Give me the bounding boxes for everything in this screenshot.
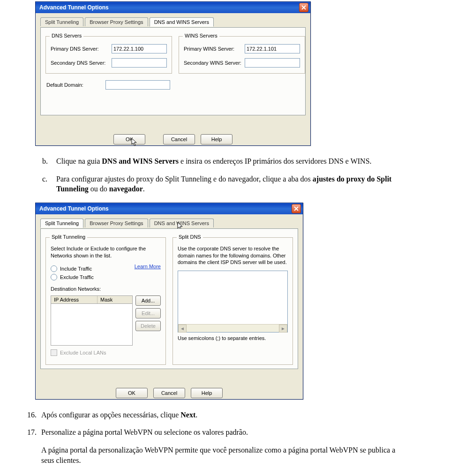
dialog-title: Advanced Tunnel Options <box>39 205 109 212</box>
list-marker-c: c. <box>42 174 56 194</box>
secondary-dns-input[interactable] <box>112 58 167 68</box>
dialog-advanced-tunnel-dns[interactable]: Advanced Tunnel Options Split Tunneling … <box>35 1 311 146</box>
add-button[interactable]: Add... <box>135 295 161 306</box>
titlebar[interactable]: Advanced Tunnel Options <box>36 203 303 214</box>
default-domain-label: Default Domain: <box>46 82 105 88</box>
destination-networks-grid[interactable] <box>51 304 133 346</box>
secondary-wins-label: Secondary WINS Server: <box>184 60 245 66</box>
fieldset-split-tunneling: Split Tunneling Select Include or Exclud… <box>45 237 166 365</box>
primary-wins-input[interactable] <box>245 44 300 53</box>
radio-icon <box>51 274 57 280</box>
instruction-17: Personalize a página portal WebVPN ou se… <box>41 427 407 438</box>
scrollbar-horizontal[interactable]: ◄ ► <box>178 324 287 332</box>
legend-wins: WINS Servers <box>183 33 219 38</box>
radio-exclude-traffic[interactable]: Exclude Traffic <box>51 274 118 280</box>
cancel-button[interactable]: Cancel <box>163 134 195 144</box>
fieldset-dns: DNS Servers Primary DNS Server: Secondar… <box>45 36 172 74</box>
fieldset-split-dns: Split DNS Use the corporate DNS server t… <box>172 237 293 365</box>
tab-browser-proxy[interactable]: Browser Proxy Settings <box>85 17 148 26</box>
checkbox-icon <box>51 349 57 356</box>
cancel-button[interactable]: Cancel <box>153 388 185 398</box>
split-dns-desc: Use the corporate DNS server to resolve … <box>178 245 288 266</box>
secondary-dns-label: Secondary DNS Server: <box>51 60 112 66</box>
split-tunneling-desc: Select Include or Exclude to configure t… <box>51 245 161 259</box>
scroll-right-icon[interactable]: ► <box>279 325 287 332</box>
checkbox-label: Exclude Local LANs <box>60 350 106 355</box>
radio-label: Exclude Traffic <box>60 274 94 280</box>
col-ip[interactable]: IP Address <box>51 296 98 303</box>
tab-split-tunneling[interactable]: Split Tunneling <box>40 17 83 26</box>
tab-split-tunneling[interactable]: Split Tunneling <box>40 219 83 228</box>
primary-wins-label: Primary WINS Server: <box>184 46 245 52</box>
dialog-advanced-tunnel-split[interactable]: Advanced Tunnel Options Split Tunneling … <box>35 203 303 400</box>
grid-header: IP Address Mask <box>51 295 133 304</box>
primary-dns-input[interactable] <box>112 44 167 53</box>
primary-dns-label: Primary DNS Server: <box>51 46 112 52</box>
help-button[interactable]: Help <box>201 134 232 144</box>
tab-dns-wins[interactable]: DNS and WINS Servers <box>150 219 214 227</box>
tab-browser-proxy[interactable]: Browser Proxy Settings <box>85 219 148 227</box>
delete-button[interactable]: Delete <box>135 321 161 331</box>
list-marker-b: b. <box>42 156 56 166</box>
close-icon[interactable] <box>292 204 301 213</box>
split-dns-hint: Use semicolons (;) to separate entries. <box>178 335 288 341</box>
edit-button[interactable]: Edit... <box>135 308 161 318</box>
secondary-wins-input[interactable] <box>245 58 300 68</box>
paragraph: A página portal da personalização WebVPN… <box>41 445 407 465</box>
radio-label: Include Traffic <box>60 266 92 272</box>
help-button[interactable]: Help <box>191 388 223 398</box>
exclude-local-lans-checkbox: Exclude Local LANs <box>51 349 161 356</box>
dialog-title: Advanced Tunnel Options <box>39 4 109 11</box>
ok-button[interactable]: OK <box>113 134 145 144</box>
fieldset-wins: WINS Servers Primary WINS Server: Second… <box>179 36 305 74</box>
instruction-b: Clique na guia DNS and WINS Servers e in… <box>56 156 422 166</box>
learn-more-link[interactable]: Learn More <box>135 264 161 269</box>
legend-dns: DNS Servers <box>50 33 83 38</box>
tab-dns-wins[interactable]: DNS and WINS Servers <box>150 17 214 27</box>
legend-split-dns: Split DNS <box>177 234 203 240</box>
col-mask[interactable]: Mask <box>98 296 132 303</box>
radio-icon <box>51 265 57 272</box>
list-marker-17: 17. <box>27 427 41 438</box>
legend-split-tunneling: Split Tunneling <box>50 234 87 240</box>
radio-include-traffic[interactable]: Include Traffic <box>51 265 118 272</box>
destination-networks-label: Destination Networks: <box>51 286 161 292</box>
instruction-c: Para configurar ajustes do proxy do Spli… <box>56 174 422 194</box>
scroll-left-icon[interactable]: ◄ <box>178 325 187 332</box>
ok-button[interactable]: OK <box>116 388 148 398</box>
split-dns-textarea[interactable]: ◄ ► <box>178 271 288 332</box>
close-icon[interactable] <box>299 3 308 12</box>
titlebar[interactable]: Advanced Tunnel Options <box>36 2 310 13</box>
list-marker-16: 16. <box>27 410 41 420</box>
instruction-16: Após configurar as opções necessárias, c… <box>41 410 407 420</box>
default-domain-input[interactable] <box>105 80 170 90</box>
